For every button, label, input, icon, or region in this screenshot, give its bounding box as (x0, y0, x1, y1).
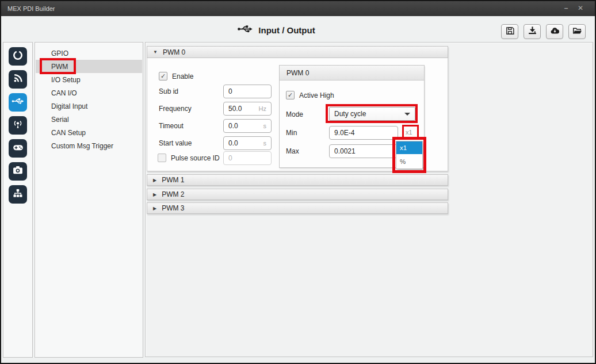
section-title: PWM 2 (162, 190, 184, 198)
page-title-text: Input / Output (258, 25, 315, 35)
frequency-input[interactable]: 50.0 Hz (223, 102, 272, 116)
page-title: Input / Output (0, 24, 552, 36)
camera-icon (12, 164, 24, 178)
nav-item-digital-input[interactable]: Digital Input (36, 99, 142, 113)
max-value: 0.0021 (334, 147, 356, 155)
minimize-button[interactable]: – (560, 3, 572, 13)
timeout-label: Timeout (159, 122, 184, 130)
mode-value: Duty cycle (334, 110, 366, 118)
max-input[interactable]: 0.0021 (329, 144, 398, 158)
frequency-value: 50.0 (228, 105, 242, 113)
nav-item-serial[interactable]: Serial (36, 113, 142, 126)
nav-item-io-setup[interactable]: I/O Setup (36, 73, 142, 86)
sidebar-item-hierarchy[interactable] (9, 185, 27, 204)
sidebar-item-radio[interactable] (9, 116, 27, 135)
check-icon: ✓ (161, 73, 166, 79)
check-icon: ✓ (288, 92, 293, 98)
section-header-pwm0[interactable]: ▼ PWM 0 (147, 46, 448, 58)
section-header-pwm1[interactable]: ▶ PWM 1 (147, 174, 448, 186)
start-value-unit: s (263, 140, 267, 147)
app-window: MEX PDI Builder – ✕ Input / Output (0, 0, 596, 364)
max-label: Max (286, 147, 299, 155)
collapse-expanded-icon: ▼ (153, 49, 158, 55)
open-folder-button[interactable] (568, 24, 586, 39)
enable-checkbox[interactable]: ✓ (159, 72, 167, 81)
pulse-source-input: 0 (223, 151, 272, 165)
cloud-download-button[interactable] (546, 24, 563, 39)
start-value-value: 0.0 (228, 139, 238, 147)
sub-id-label: Sub id (159, 87, 178, 95)
toolbar (501, 24, 586, 39)
collapse-collapsed-icon: ▶ (153, 178, 156, 183)
subpanel-header: PWM 0 (280, 66, 424, 81)
unit-dropdown-menu: x1 % (396, 141, 423, 169)
min-unit-button[interactable]: x1 (406, 129, 412, 136)
frequency-unit: Hz (259, 105, 266, 112)
unit-option-x1[interactable]: x1 (396, 141, 422, 154)
sidebar-item-stick[interactable] (9, 139, 27, 158)
import-icon (528, 26, 537, 38)
enable-label: Enable (172, 72, 193, 81)
sidebar-item-camera[interactable] (9, 162, 27, 181)
nav-item-gpio[interactable]: GPIO (36, 47, 142, 60)
section-title: PWM 3 (162, 204, 184, 212)
subpanel-title: PWM 0 (286, 69, 309, 77)
section-title: PWM 0 (163, 48, 185, 56)
start-value-label: Start value (159, 139, 192, 147)
import-button[interactable] (524, 24, 541, 39)
titlebar: MEX PDI Builder (1, 1, 595, 16)
min-label: Min (286, 129, 297, 137)
usb-icon (12, 97, 24, 108)
pulse-source-value: 0 (228, 154, 232, 162)
active-high-checkbox[interactable]: ✓ (286, 91, 295, 99)
sidebar-item-telemetry[interactable] (9, 70, 27, 89)
sub-id-input[interactable]: 0 (223, 85, 272, 98)
rss-icon (12, 72, 24, 86)
sitemap-icon (12, 187, 24, 201)
nav-item-can-io[interactable]: CAN I/O (36, 86, 142, 99)
close-button[interactable]: ✕ (575, 3, 586, 13)
sub-id-value: 0 (228, 87, 232, 95)
sidebar (3, 42, 33, 358)
nav-item-can-setup[interactable]: CAN Setup (36, 126, 142, 139)
podcast-icon (12, 118, 24, 132)
nav-item-pwm[interactable]: PWM (36, 60, 142, 73)
usb-icon (237, 24, 253, 36)
mode-label: Mode (286, 110, 303, 118)
timeout-input[interactable]: 0.0 s (223, 119, 272, 133)
section-header-pwm2[interactable]: ▶ PWM 2 (147, 189, 448, 200)
sidebar-item-power[interactable] (9, 47, 27, 66)
section-header-pwm3[interactable]: ▶ PWM 3 (147, 202, 448, 214)
power-icon (12, 49, 24, 63)
collapse-collapsed-icon: ▶ (153, 192, 156, 197)
frequency-label: Frequency (159, 105, 192, 113)
unit-option-percent[interactable]: % (396, 154, 422, 168)
nav-list: GPIO PWM I/O Setup CAN I/O Digital Input… (35, 42, 143, 358)
min-input[interactable]: 9.0E-4 (329, 126, 398, 140)
pulse-source-checkbox[interactable] (158, 154, 166, 162)
active-high-label: Active High (299, 91, 334, 99)
main-content: ▼ PWM 0 ✓ Enable Sub id 0 Frequency 50.0… (145, 42, 593, 357)
collapse-collapsed-icon: ▶ (153, 206, 156, 211)
nav-item-custom-msg-trigger[interactable]: Custom Msg Trigger (36, 139, 142, 152)
start-value-input[interactable]: 0.0 s (223, 136, 272, 150)
save-button[interactable] (501, 24, 518, 39)
chevron-down-icon (404, 113, 410, 116)
sidebar-item-input-output[interactable] (9, 93, 27, 112)
window-title: MEX PDI Builder (1, 5, 55, 12)
section-title: PWM 1 (162, 176, 184, 184)
timeout-value: 0.0 (228, 122, 238, 130)
save-icon (505, 26, 515, 38)
mode-select[interactable]: Duty cycle (329, 107, 415, 121)
pulse-source-label: Pulse source ID (171, 154, 220, 162)
open-folder-icon (572, 26, 583, 38)
timeout-unit: s (263, 122, 267, 129)
min-value: 9.0E-4 (334, 129, 354, 137)
cloud-download-icon (549, 26, 560, 38)
gamepad-icon (12, 141, 24, 156)
